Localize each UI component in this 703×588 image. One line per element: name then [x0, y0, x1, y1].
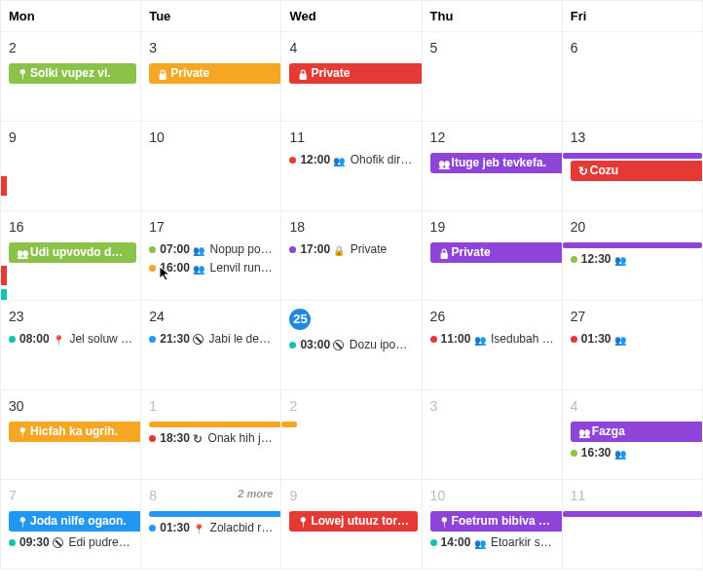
- event-bar[interactable]: Private: [289, 63, 422, 84]
- event-bar[interactable]: [149, 511, 281, 517]
- event-color-dot: [289, 342, 296, 349]
- event-inline[interactable]: 07:00 Nopup pokz…: [141, 240, 280, 259]
- event-title: Isedubah in…: [488, 332, 562, 346]
- event-bar[interactable]: Cozu: [571, 161, 703, 181]
- event-inline[interactable]: 12:30: [563, 250, 702, 269]
- event-inline[interactable]: 09:30 Edi pudretiz…: [1, 533, 140, 551]
- event-inline[interactable]: 11:00 Isedubah in…: [423, 330, 562, 349]
- event-bar[interactable]: Private: [430, 242, 563, 263]
- event-inline[interactable]: 16:30: [563, 444, 702, 462]
- day-cell[interactable]: 3Private: [141, 32, 281, 121]
- day-cell[interactable]: 10: [141, 122, 281, 210]
- day-cell[interactable]: 1112:00 Ohofik dirur…: [281, 122, 422, 210]
- event-title: Cozu: [590, 164, 618, 177]
- more-events-link[interactable]: 2 more: [238, 488, 273, 499]
- event-title: Jabi le dezul.: [205, 332, 277, 346]
- event-inline[interactable]: 01:30 Zolacbid ruci…: [141, 519, 280, 537]
- day-cell[interactable]: 82 more01:30 Zolacbid ruci…: [141, 480, 281, 569]
- day-cell[interactable]: 1707:00 Nopup pokz…16:00 Lenvil rung…: [141, 211, 281, 300]
- event-continuation-stub[interactable]: [0, 266, 7, 285]
- day-cell[interactable]: 2503:00 Dozu iponid…: [281, 301, 422, 389]
- day-number: 2: [1, 38, 140, 61]
- event-time: 07:00: [160, 242, 190, 256]
- day-cell[interactable]: 11: [563, 480, 703, 569]
- event-bar[interactable]: [149, 422, 281, 427]
- day-number: 20: [563, 217, 702, 240]
- event-inline[interactable]: 12:00 Ohofik dirur…: [281, 151, 421, 169]
- event-bar[interactable]: Private: [149, 63, 281, 84]
- day-cell[interactable]: 2308:00 Jel soluw su.: [0, 301, 141, 389]
- day-number: 4: [563, 396, 702, 420]
- event-title: Private: [452, 245, 491, 259]
- event-title: Edi pudretiz…: [65, 535, 140, 549]
- day-cell[interactable]: 12Ituge jeb tevkefa.: [423, 122, 563, 210]
- event-bar[interactable]: Fazga: [571, 422, 703, 442]
- event-inline[interactable]: 16:00 Lenvil rung…: [141, 259, 280, 277]
- day-cell[interactable]: 5: [423, 32, 563, 121]
- day-cell[interactable]: 6: [563, 32, 703, 121]
- week-row: 9101112:00 Ohofik dirur…12Ituge jeb tevk…: [0, 122, 703, 211]
- week-row: 30Hicfah ka ugrih.118:30 Onak hih jar…23…: [0, 390, 703, 480]
- group-icon: [614, 253, 626, 267]
- event-time: 08:00: [19, 332, 50, 346]
- day-cell[interactable]: 2: [281, 390, 422, 479]
- day-cell[interactable]: 1817:00 Private: [281, 211, 422, 300]
- event-bar[interactable]: [563, 153, 702, 159]
- day-cell[interactable]: 2421:30 Jabi le dezul.: [141, 301, 281, 389]
- event-time: 09:30: [19, 535, 50, 549]
- group-icon: [474, 536, 486, 550]
- day-cell[interactable]: 10Foetrum bibiva ove.14:00 Etoarkir sa…: [423, 480, 563, 569]
- event-inline[interactable]: 14:00 Etoarkir sa…: [423, 533, 562, 552]
- day-number: 7: [1, 486, 140, 509]
- event-bar[interactable]: Lowej utuuz toraodi.: [289, 511, 417, 532]
- event-color-dot: [430, 336, 437, 343]
- day-cell[interactable]: 2Solki vupez vi.: [0, 32, 141, 121]
- day-cell[interactable]: 9: [0, 122, 141, 210]
- event-bar[interactable]: Joda nilfe ogaon.: [9, 511, 141, 532]
- event-inline[interactable]: 03:00 Dozu iponid…: [281, 336, 421, 353]
- event-bar[interactable]: Udi upvovdo dasp…: [9, 242, 136, 263]
- day-number: 10: [423, 486, 562, 509]
- event-inline[interactable]: 01:30: [563, 330, 702, 349]
- event-inline[interactable]: 21:30 Jabi le dezul.: [141, 330, 280, 348]
- event-color-dot: [289, 157, 296, 164]
- event-time: 01:30: [160, 521, 190, 534]
- event-inline[interactable]: 18:30 Onak hih jar…: [141, 429, 280, 448]
- day-number: 3: [141, 38, 280, 61]
- event-time: 01:30: [581, 332, 611, 346]
- day-cell[interactable]: 118:30 Onak hih jar…: [141, 390, 281, 479]
- day-cell[interactable]: 4Private: [281, 32, 422, 121]
- event-bar[interactable]: [563, 242, 702, 248]
- day-cell[interactable]: 16Udi upvovdo dasp…: [0, 211, 141, 300]
- day-cell[interactable]: 2701:30: [563, 301, 703, 389]
- day-cell[interactable]: 7Joda nilfe ogaon.09:30 Edi pudretiz…: [0, 480, 141, 569]
- day-cell[interactable]: 30Hicfah ka ugrih.: [0, 390, 141, 479]
- week-row: 7Joda nilfe ogaon.09:30 Edi pudretiz…82 …: [0, 480, 703, 570]
- event-bar[interactable]: [563, 511, 702, 517]
- event-bar[interactable]: Ituge jeb tevkefa.: [430, 153, 563, 173]
- event-color-dot: [149, 525, 156, 532]
- day-number: 13: [563, 128, 702, 151]
- event-bar[interactable]: Solki vupez vi.: [9, 63, 136, 84]
- event-continuation-stub[interactable]: [0, 176, 7, 196]
- day-cell[interactable]: 3: [423, 390, 563, 479]
- pin-icon: [297, 515, 309, 529]
- event-inline[interactable]: 08:00 Jel soluw su.: [1, 330, 140, 349]
- day-cell[interactable]: 13Cozu: [563, 122, 703, 210]
- day-cell[interactable]: 2012:30: [563, 211, 703, 300]
- event-color-dot: [289, 246, 296, 253]
- event-inline[interactable]: 17:00 Private: [281, 240, 421, 259]
- event-bar[interactable]: Foetrum bibiva ove.: [430, 511, 563, 532]
- day-cell[interactable]: 2611:00 Isedubah in…: [423, 301, 563, 389]
- day-cell[interactable]: 4Fazga16:30: [563, 390, 703, 479]
- event-bar[interactable]: [281, 422, 297, 427]
- day-number: 18: [281, 217, 421, 240]
- event-title: Private: [170, 66, 209, 80]
- event-continuation-stub[interactable]: [0, 289, 7, 300]
- event-title: Ituge jeb tevkefa.: [452, 156, 546, 169]
- event-bar[interactable]: Hicfah ka ugrih.: [9, 422, 141, 442]
- day-cell[interactable]: 19Private: [423, 211, 563, 300]
- group-icon: [193, 243, 204, 257]
- event-time: 17:00: [300, 242, 330, 256]
- day-cell[interactable]: 9Lowej utuuz toraodi.: [281, 480, 422, 569]
